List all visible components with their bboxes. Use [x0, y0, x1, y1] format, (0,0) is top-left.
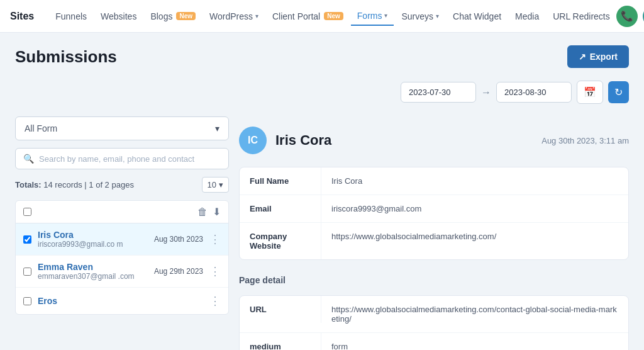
date-to[interactable]: 2023-08-30	[496, 82, 572, 103]
field-value: Iris Cora	[321, 167, 628, 195]
page-title: Submissions	[15, 47, 117, 67]
field-value: https://www.globalsocialmediamarketing.c…	[321, 223, 628, 250]
search-icon: 🔍	[23, 154, 34, 164]
field-label: Full Name	[240, 167, 321, 195]
form-select-dropdown[interactable]: All Form ▾	[15, 116, 229, 140]
new-badge: New	[176, 12, 196, 20]
list-item-more-button[interactable]: ⋮	[209, 264, 221, 278]
date-from[interactable]: 2023-07-30	[401, 82, 476, 103]
page-field-row: medium form	[240, 333, 628, 350]
nav-label: Client Portal	[272, 11, 320, 21]
date-range-row: 2023-07-30 → 2023-08-30 📅 ↻	[15, 81, 629, 104]
chevron-down-icon: ▾	[215, 123, 219, 133]
list-item[interactable]: Iris Cora iriscora9993@gmail.co m Aug 30…	[16, 223, 228, 256]
delete-icon[interactable]: 🗑	[197, 206, 208, 218]
list-item-name: Emma Raven	[38, 262, 148, 272]
list-item-checkbox[interactable]	[23, 297, 31, 305]
totals-row: Totals: 14 records | 1 of 2 pages 10 ▾	[15, 177, 229, 193]
nav-item-forms[interactable]: Forms▾	[351, 7, 394, 26]
field-value: iriscora9993@gmail.com	[321, 195, 628, 222]
list-item-email: emmaraven307@gmail .com	[38, 272, 148, 281]
nav-item-client-portal[interactable]: Client PortalNew	[266, 8, 350, 25]
per-page-select[interactable]: 10 ▾	[202, 177, 229, 193]
contact-date: Aug 30th 2023, 3:11 am	[541, 136, 629, 145]
select-all-checkbox[interactable]	[23, 208, 31, 216]
topbar: Sites FunnelsWebsitesBlogsNewWordPress▾C…	[0, 0, 644, 33]
contact-field-row: Company Website https://www.globalsocial…	[240, 223, 628, 259]
records-count: 14 records	[43, 180, 82, 189]
field-label: Email	[240, 195, 321, 222]
list-item-checkbox[interactable]	[23, 235, 31, 244]
page-content: Submissions ↗ Export 2023-07-30 → 2023-0…	[0, 33, 644, 350]
new-badge: New	[324, 12, 343, 20]
contact-header: IC Iris Cora Aug 30th 2023, 3:11 am	[239, 116, 629, 159]
left-panel: All Form ▾ 🔍 Totals: 14 records | 1 of 2…	[15, 116, 229, 350]
list-item-checkbox[interactable]	[23, 268, 31, 276]
nav-label: Surveys	[401, 11, 433, 21]
page-detail-title: Page detail	[239, 268, 629, 288]
contact-fields-card: Full Name Iris Cora Email iriscora9993@g…	[239, 167, 629, 260]
field-value: form	[321, 333, 628, 350]
nav-item-chat-widget[interactable]: Chat Widget	[447, 8, 508, 25]
list-item-date: Aug 30th 2023	[154, 235, 203, 244]
pages-count: 1 of 2 pages	[89, 180, 134, 189]
nav-item-url-redirects[interactable]: URL Redirects	[547, 8, 616, 25]
list-item[interactable]: Eros ⋮	[16, 288, 228, 314]
date-arrow-icon: →	[481, 87, 491, 98]
chevron-down-icon: ▾	[384, 12, 387, 19]
list-item[interactable]: Emma Raven emmaraven307@gmail .com Aug 2…	[16, 256, 228, 288]
list-item-date: Aug 29th 2023	[154, 267, 203, 276]
nav-label: Media	[515, 11, 539, 21]
list-item-more-button[interactable]: ⋮	[209, 294, 221, 308]
phone-icon[interactable]: 📞	[616, 6, 638, 27]
field-label: URL	[240, 296, 321, 323]
nav-item-funnels[interactable]: Funnels	[49, 8, 93, 25]
search-box: 🔍	[15, 148, 229, 169]
page-field-row: URL https://www.globalsocialmediamarketi…	[240, 296, 628, 333]
right-panel: IC Iris Cora Aug 30th 2023, 3:11 am Full…	[239, 116, 629, 350]
nav-label: Websites	[101, 11, 136, 21]
search-input[interactable]	[39, 154, 221, 164]
nav-item-websites[interactable]: Websites	[94, 8, 143, 25]
contact-field-row: Full Name Iris Cora	[240, 167, 628, 195]
nav-item-surveys[interactable]: Surveys▾	[395, 8, 445, 25]
export-button[interactable]: ↗ Export	[567, 45, 629, 68]
field-label: medium	[240, 333, 321, 350]
main-layout: All Form ▾ 🔍 Totals: 14 records | 1 of 2…	[15, 116, 629, 350]
contact-name: Iris Cora	[275, 132, 533, 149]
per-page-value: 10	[208, 180, 216, 189]
export-icon: ↗	[579, 52, 586, 62]
nav-label: Forms	[357, 11, 382, 21]
nav-label: Funnels	[55, 11, 87, 21]
refresh-button[interactable]: ↻	[608, 81, 629, 103]
totals-text: Totals: 14 records | 1 of 2 pages	[15, 180, 134, 189]
list-item-name: Iris Cora	[38, 230, 148, 240]
list-items-container: Iris Cora iriscora9993@gmail.co m Aug 30…	[16, 223, 228, 314]
list-header: 🗑 ⬇	[16, 201, 228, 223]
topbar-icons: 📞 📣 🔔 ❓ KK ⚙️	[616, 6, 644, 27]
main-nav: FunnelsWebsitesBlogsNewWordPress▾Client …	[49, 7, 616, 26]
calendar-button[interactable]: 📅	[577, 81, 603, 104]
list-item-info: Eros	[38, 296, 203, 306]
nav-label: WordPress	[209, 11, 253, 21]
page-header: Submissions ↗ Export	[15, 45, 629, 68]
download-icon[interactable]: ⬇	[213, 206, 221, 218]
field-value: https://www.globalsocialmediamarketing.c…	[321, 296, 628, 332]
field-label: Company Website	[240, 223, 321, 259]
nav-item-blogs[interactable]: BlogsNew	[144, 8, 202, 25]
list-item-email: iriscora9993@gmail.co m	[38, 240, 148, 249]
form-select-label: All Form	[25, 123, 57, 133]
export-label: Export	[590, 52, 618, 62]
brand-logo: Sites	[10, 11, 34, 22]
contact-field-row: Email iriscora9993@gmail.com	[240, 195, 628, 223]
list-item-info: Emma Raven emmaraven307@gmail .com	[38, 262, 148, 281]
nav-item-media[interactable]: Media	[509, 8, 545, 25]
totals-label: Totals:	[15, 180, 42, 189]
submissions-list: 🗑 ⬇ Iris Cora iriscora9993@gmail.co m Au…	[15, 200, 229, 315]
nav-label: Chat Widget	[453, 11, 501, 21]
nav-item-wordpress[interactable]: WordPress▾	[203, 8, 265, 25]
contact-avatar: IC	[239, 127, 267, 154]
list-item-more-button[interactable]: ⋮	[209, 232, 221, 246]
list-item-info: Iris Cora iriscora9993@gmail.co m	[38, 230, 148, 249]
page-detail-card: URL https://www.globalsocialmediamarketi…	[239, 295, 629, 350]
